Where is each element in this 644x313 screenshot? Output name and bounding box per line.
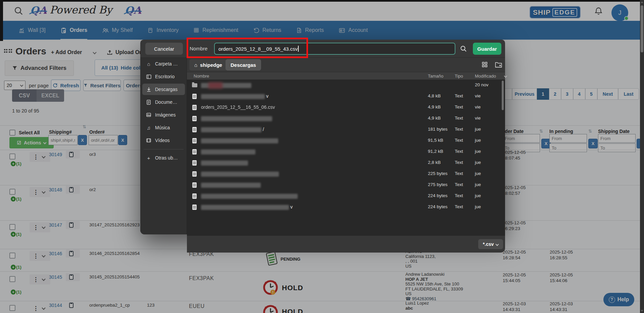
- place-downloads[interactable]: Descargas: [142, 84, 185, 95]
- file-size: 91,5 kB: [428, 138, 443, 143]
- file-type: Text: [455, 160, 463, 165]
- save-button[interactable]: Guardar: [473, 43, 501, 55]
- file-type: Text: [455, 149, 463, 154]
- file-row[interactable]: 4,9 kBTextvie: [187, 113, 505, 124]
- place-label: Vídeos: [155, 138, 170, 143]
- file-row[interactable]: 224 bytesTextjue: [187, 191, 505, 202]
- app-root: QA Powered By QA SHIP EDGE J Wall [3] Or…: [0, 0, 644, 313]
- dialog-bottom-bar: *.csv: [187, 236, 505, 253]
- plus-icon: +: [146, 155, 152, 161]
- new-folder-icon[interactable]: [495, 61, 502, 68]
- save-label: Guardar: [477, 46, 497, 52]
- file-row[interactable]: 91,5 kBTextjue: [187, 135, 505, 146]
- file-row[interactable]: orders_2025_12_5__16_55_06.csv 4,9 kBTex…: [187, 102, 505, 113]
- grid-view-icon[interactable]: [482, 61, 488, 68]
- file-type: Text: [455, 116, 463, 121]
- redacted-file-name: [201, 183, 261, 188]
- place-desktop[interactable]: Escritorio: [142, 71, 185, 82]
- file-type: Text: [455, 93, 463, 98]
- place-videos[interactable]: Vídeos: [142, 135, 185, 146]
- col-type[interactable]: Tipo: [455, 74, 463, 79]
- file-row[interactable]: / 181 bytesTextjue: [187, 124, 505, 135]
- file-name-suffix: v: [290, 204, 293, 210]
- place-documents[interactable]: Docume…: [142, 96, 185, 108]
- file-type: Text: [455, 171, 463, 176]
- redacted-file-name: [201, 161, 248, 166]
- file-size: 4,8 kB: [428, 93, 441, 98]
- redacted-file-name: [201, 172, 279, 177]
- col-size[interactable]: Tamaño: [428, 74, 443, 79]
- breadcrumb-root[interactable]: ⌂shipedge: [189, 59, 227, 71]
- file-type: Text: [455, 204, 463, 209]
- file-icon: [192, 160, 197, 166]
- file-modified: jue: [475, 160, 481, 165]
- redacted-file-name: [201, 205, 289, 210]
- file-type-filter-label: *.csv: [483, 241, 494, 247]
- file-icon: [192, 205, 197, 210]
- annotation-highlight-box: [187, 38, 308, 58]
- file-row[interactable]: v 4,8 kBTextvie: [187, 91, 505, 102]
- place-label: Descargas: [155, 87, 178, 92]
- file-icon: [192, 127, 197, 132]
- file-name-suffix: /: [263, 127, 264, 132]
- redacted-file-name: [201, 116, 272, 121]
- file-modified: vie: [475, 93, 481, 98]
- chevron-down-icon: [496, 242, 499, 246]
- col-modified[interactable]: Modificado: [475, 74, 496, 79]
- col-name[interactable]: Nombre: [194, 74, 209, 79]
- save-file-dialog: Cancelar Nombre orders_2025_12_8__09_55_…: [140, 40, 505, 234]
- file-list-scrollbar-thumb[interactable]: [502, 81, 504, 110]
- place-music[interactable]: ♫Música: [142, 122, 185, 133]
- document-icon: [146, 100, 152, 105]
- file-icon: [192, 171, 197, 177]
- file-name-suffix: v: [266, 93, 268, 99]
- file-icon: [192, 105, 197, 110]
- file-row[interactable]: 275 bytesTextjue: [187, 180, 505, 191]
- home-icon: ⌂: [194, 62, 197, 68]
- file-size: 181 bytes: [428, 127, 448, 132]
- breadcrumb-current[interactable]: Descargas: [226, 59, 261, 71]
- file-modified: vie: [475, 116, 481, 121]
- file-type: Text: [455, 138, 463, 143]
- dialog-sidebar: ⌂Carpeta … Escritorio Descargas Docume… …: [140, 58, 187, 234]
- film-icon: [146, 138, 152, 142]
- file-modified: jue: [475, 193, 481, 198]
- file-row[interactable]: 2,8 kBTextjue: [187, 158, 505, 169]
- file-icon: [192, 193, 197, 199]
- file-icon: [192, 138, 197, 143]
- file-type: Text: [455, 127, 463, 132]
- file-size: 91,2 kB: [428, 149, 443, 154]
- file-type: Text: [455, 104, 463, 109]
- file-type: Text: [455, 193, 463, 198]
- home-icon: ⌂: [146, 61, 152, 67]
- file-modified: jue: [475, 204, 481, 209]
- file-icon: [192, 149, 197, 154]
- image-icon: [146, 113, 152, 117]
- place-label: Carpeta …: [155, 61, 178, 66]
- file-row[interactable]: v 224 bytesTextjue: [187, 202, 505, 213]
- place-home[interactable]: ⌂Carpeta …: [142, 58, 185, 70]
- file-list: 20 nov v 4,8 kBTextvie orders_2025_12_5_…: [187, 80, 505, 236]
- place-other-locations[interactable]: +Otras ub…: [142, 152, 185, 164]
- file-type: Text: [455, 182, 463, 187]
- file-size: 4,9 kB: [428, 116, 441, 121]
- file-row[interactable]: 225 bytesTextjue: [187, 169, 505, 180]
- desktop-icon: [146, 75, 152, 79]
- file-type-filter-dropdown[interactable]: *.csv: [478, 239, 503, 249]
- file-icon: [192, 116, 197, 121]
- file-row[interactable]: 91,2 kBTextjue: [187, 146, 505, 158]
- file-size: 275 bytes: [428, 182, 448, 187]
- dialog-search-icon[interactable]: [460, 45, 467, 52]
- file-row[interactable]: 20 nov: [187, 80, 505, 91]
- cancel-button[interactable]: Cancelar: [145, 43, 183, 55]
- file-modified: vie: [475, 104, 481, 109]
- file-modified: jue: [475, 171, 481, 176]
- sidebar-divider: [144, 149, 184, 149]
- place-images[interactable]: Imágenes: [142, 109, 185, 121]
- folder-icon: [192, 83, 197, 87]
- file-modified: 20 nov: [475, 82, 489, 87]
- file-icon: [192, 182, 197, 188]
- file-size: 2,8 kB: [428, 160, 441, 165]
- file-size: 224 bytes: [428, 193, 448, 198]
- file-name: orders_2025_12_5__16_55_06.csv: [201, 104, 275, 110]
